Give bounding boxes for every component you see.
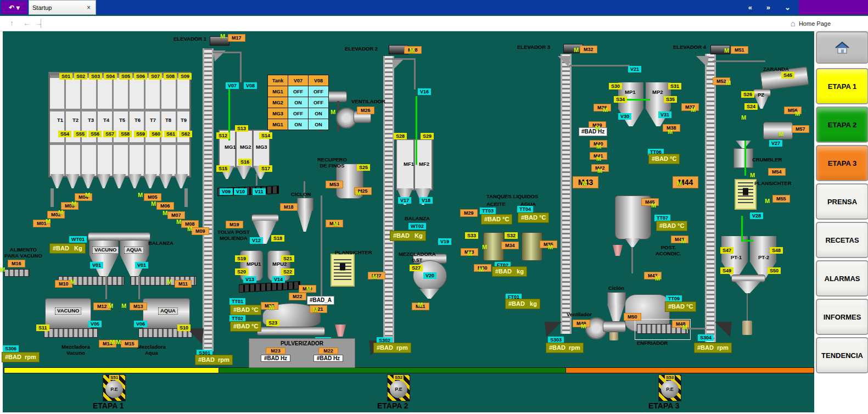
value-display-#bad[interactable]: #BAD °C [518,212,549,223]
sensor-tag-s01[interactable]: S01 [59,73,72,80]
motor-label-m18[interactable]: M18 [280,203,298,211]
motor-label-m09[interactable]: M09 [192,227,209,235]
sensor-tag-s61[interactable]: S61 [164,131,177,137]
sensor-tag-s48[interactable]: S48 [770,247,783,254]
motor-label-m06[interactable]: M06 [156,202,174,210]
sensor-tag-s09[interactable]: S09 [178,73,192,80]
valve-tag-wt01[interactable]: WT01 [69,236,87,243]
close-icon[interactable]: × [85,4,92,12]
value-display-#bad[interactable]: #BAD °C [230,305,261,315]
sensor-tag-s05[interactable]: S05 [119,73,132,80]
motor-label-m21[interactable]: M21 [310,305,327,313]
motor-label-m11[interactable]: M11 [175,280,192,288]
valve-tag-v05[interactable]: V05 [88,321,102,327]
sensor-tag-s18[interactable]: S18 [271,235,284,242]
sensor-tag-s57[interactable]: S57 [103,131,116,137]
sensor-tag-s19[interactable]: S19 [235,255,248,262]
motor-label-m53[interactable]: M53 [326,181,343,188]
sensor-tag-s24[interactable]: S24 [744,103,758,110]
sensor-tag-s23[interactable]: S23 [266,320,279,326]
valve-tag-v19[interactable]: V19 [438,238,451,245]
value-display-#bad[interactable]: #BAD rpm [195,355,233,365]
valve-tag-v06[interactable]: V06 [134,321,147,327]
motor-label-m50[interactable]: M50 [624,313,641,321]
sensor-tag-s31[interactable]: S31 [668,83,681,89]
sensor-tag-s55[interactable]: S55 [74,131,87,137]
hazard-sensor-s51[interactable]: S51P.E [103,374,126,401]
sensor-tag-s62[interactable]: S62 [179,131,192,137]
motor-label-m55[interactable]: M55 [772,195,790,203]
valve-tag-v12[interactable]: V12 [250,237,263,244]
motor-label-m37[interactable]: M37 [681,103,699,111]
home-page-link[interactable]: ⌂ Home Page [791,19,831,28]
value-display-#bad[interactable]: #BAD kg [492,266,527,277]
sensor-tag-s32[interactable]: S32 [505,232,518,239]
motor-label-m51[interactable]: M51 [731,46,748,54]
value-display-#bad[interactable]: #BAD °C [656,221,687,231]
valve-tag-tt04[interactable]: TT04 [517,206,533,212]
value-display-#bad[interactable]: #BAD °C [665,301,696,312]
nav-up-button[interactable]: ↑ [7,18,17,28]
valve-tag-v14[interactable]: V14 [272,276,285,283]
sensor-tag-s35[interactable]: S35 [664,96,677,103]
sensor-tag-s13[interactable]: S13 [235,125,248,132]
motor-label-m17[interactable]: M17 [228,34,245,42]
tab-startup[interactable]: Startup × [29,0,96,15]
app-menu-button[interactable]: ↶ ▾ [1,1,27,14]
sensor-tag-s34[interactable]: S34 [614,96,627,103]
value-display-#bad[interactable]: #BAD °C [230,321,261,332]
motor-label-m32[interactable]: M32 [580,46,597,53]
sensor-tag-s50[interactable]: S50 [768,267,781,274]
valve-tag-v16[interactable]: V16 [418,88,431,95]
nav-forward-button[interactable]: → [32,18,46,28]
sensor-tag-s02[interactable]: S02 [74,73,87,80]
sensor-tag-s12[interactable]: S12 [216,132,229,139]
sensor-tag-s26[interactable]: S26 [741,91,754,98]
sensor-tag-s45[interactable]: S45 [781,72,794,79]
value-display-#bad[interactable]: #BAD kg [505,299,540,309]
sensor-tag-s28[interactable]: S28 [394,133,407,139]
sidebar-button-alarmas[interactable]: ALARMAS [816,260,868,296]
scroll-tabs-right-button[interactable]: » [763,3,774,12]
valve-tag-v07[interactable]: V07 [226,82,239,89]
valve-tag-v08[interactable]: V08 [244,82,257,89]
sensor-tag-s59[interactable]: S59 [134,131,147,137]
sensor-tag-s11[interactable]: S11 [36,325,49,331]
sensor-tag-s06[interactable]: S06 [134,73,147,80]
valve-tag-s306[interactable]: S306 [3,345,19,352]
sensor-tag-s14[interactable]: S14 [259,132,272,139]
valve-tag-v17[interactable]: V17 [398,197,411,204]
sensor-tag-s15[interactable]: S15 [216,165,229,172]
valve-tag-v18[interactable]: V18 [419,197,433,204]
motor-label-m57[interactable]: M57 [792,125,809,133]
sensor-tag-s58[interactable]: S58 [119,131,132,137]
valve-tag-v10[interactable]: V10 [234,188,247,195]
sidebar-button-informes[interactable]: INFORMES [816,299,868,335]
sidebar-button-etapa-1[interactable]: ETAPA 1 [816,68,868,104]
value-display-#bad[interactable]: #BAD rpm [373,343,411,353]
value-display-#bad[interactable]: #BAD Kg [49,243,86,254]
sensor-tag-s56[interactable]: S56 [88,131,102,137]
sidebar-button-home[interactable] [816,31,868,64]
sensor-tag-s29[interactable]: S29 [421,133,434,139]
valve-tag-tt03[interactable]: TT03 [480,208,496,214]
sensor-tag-s49[interactable]: S49 [720,267,733,274]
motor-label-m34[interactable]: M34 [501,242,519,249]
tab-list-button[interactable]: ⌄ [781,3,794,12]
motor-label-m13[interactable]: M13 [130,303,147,310]
valve-tag-tt01[interactable]: TT01 [229,298,245,305]
valve-tag-v13[interactable]: V13 [243,276,256,283]
motor-label-m54[interactable]: M54 [768,168,786,176]
valve-tag-v09[interactable]: V09 [220,188,233,195]
motor-label-m26[interactable]: M26 [357,107,374,114]
value-display-#bad[interactable]: #BAD °C [481,214,512,225]
motor-label-m22[interactable]: M22 [289,293,306,300]
motor-label-m22[interactable]: M22 [318,348,338,354]
value-display-#bad[interactable]: #BAD Kg [390,231,426,241]
sidebar-button-recetas[interactable]: RECETAS [816,222,868,258]
motor-label-m29[interactable]: M29 [460,209,478,217]
scroll-tabs-left-button[interactable]: « [745,3,755,12]
sensor-tag-s21[interactable]: S21 [281,255,294,262]
sensor-tag-s22[interactable]: S22 [281,268,294,275]
valve-tag-s304[interactable]: S304 [698,334,714,341]
